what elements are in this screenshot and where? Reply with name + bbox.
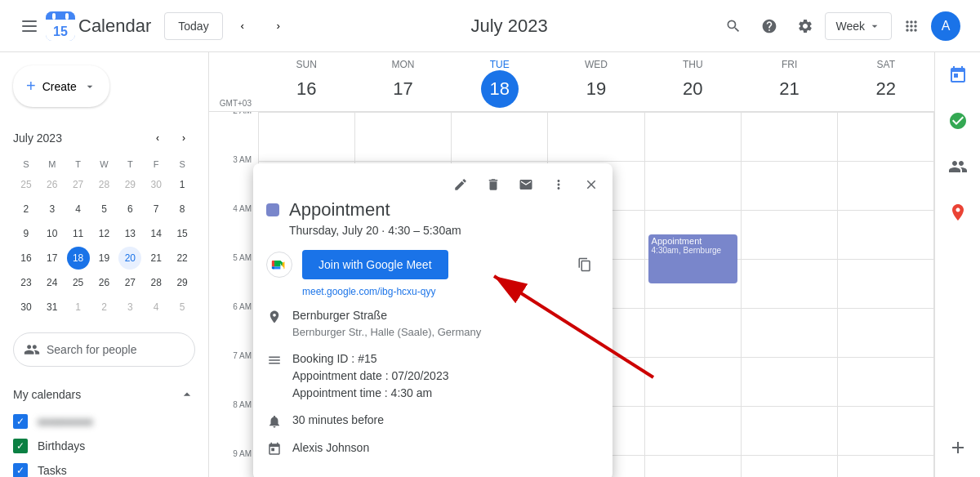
time-label: 6 AM (209, 302, 258, 351)
calendar-item-birthdays[interactable]: ✓ Birthdays (7, 434, 202, 458)
mini-cal-day[interactable]: 1 (67, 296, 90, 319)
close-event-button[interactable] (577, 170, 606, 199)
meet-url[interactable]: meet.google.com/ibg-hcxu-qyy (302, 286, 599, 297)
mini-cal-day[interactable]: 26 (41, 173, 64, 196)
mini-cal-day[interactable]: 25 (15, 173, 38, 196)
email-event-button[interactable] (511, 170, 541, 199)
prev-button[interactable]: ‹ (226, 10, 259, 42)
mini-cal-day[interactable]: 14 (145, 222, 167, 245)
mini-cal-day[interactable]: 30 (15, 296, 38, 319)
mini-cal-title: July 2023 (13, 132, 62, 145)
right-tasks-icon[interactable] (942, 105, 974, 137)
mini-cal-day[interactable]: 11 (67, 222, 90, 245)
copy-meet-button[interactable] (570, 250, 599, 279)
mini-cal-day[interactable]: 24 (41, 271, 64, 294)
calendar-checkbox-birthdays: ✓ (13, 439, 28, 453)
mini-cal-day[interactable]: 21 (145, 247, 167, 270)
edit-event-button[interactable] (446, 170, 475, 199)
mini-cal-day[interactable]: 2 (15, 198, 38, 221)
mini-cal-day[interactable]: 4 (145, 296, 167, 319)
next-button[interactable]: › (262, 10, 295, 42)
right-add-icon[interactable] (942, 431, 974, 464)
my-calendars-header[interactable]: My calendars (7, 380, 202, 409)
hour-line (548, 112, 644, 161)
right-calendar-icon[interactable] (942, 59, 974, 91)
mini-cal-day[interactable]: 5 (92, 198, 115, 221)
more-event-button[interactable] (544, 170, 573, 199)
right-people-icon[interactable] (942, 150, 974, 183)
mini-cal-day[interactable]: 31 (41, 296, 64, 319)
hour-line (838, 406, 933, 455)
mini-cal-day[interactable]: 27 (67, 173, 90, 196)
help-button[interactable] (753, 10, 786, 42)
svg-rect-8 (52, 13, 56, 20)
booking-id: Booking ID : #15 (292, 350, 448, 368)
mini-cal-day[interactable]: 16 (15, 247, 38, 270)
mini-cal-day[interactable]: 8 (171, 198, 194, 221)
gmt-label: GMT+03 (209, 52, 258, 111)
mini-cal-day[interactable]: 10 (41, 222, 64, 245)
mini-cal-day[interactable]: 6 (118, 198, 141, 221)
mini-cal-day[interactable]: 30 (145, 173, 167, 196)
mini-cal-day[interactable]: 29 (171, 271, 194, 294)
mini-cal-day[interactable]: 28 (92, 173, 115, 196)
user-avatar[interactable]: A (931, 11, 960, 41)
top-bar: 15 Calendar Today ‹ › July 2023 Week A (0, 0, 980, 52)
mini-cal-day[interactable]: 1 (171, 173, 194, 196)
settings-button[interactable] (789, 10, 822, 42)
mini-cal-day[interactable]: 20 (118, 247, 141, 270)
day-col-fri: FRI 21 (741, 52, 837, 111)
apps-button[interactable] (895, 10, 928, 42)
mini-cal-day[interactable]: 27 (118, 271, 141, 294)
mini-cal-day[interactable]: 18 (67, 247, 90, 270)
calendar-item-tasks[interactable]: ✓ Tasks (7, 458, 202, 477)
reminder-text: 30 minutes before (292, 412, 384, 429)
today-button[interactable]: Today (164, 12, 222, 40)
mini-cal-day[interactable]: 2 (92, 296, 115, 319)
mini-cal-day[interactable]: 19 (92, 247, 115, 270)
mini-cal-day[interactable]: 13 (118, 222, 141, 245)
my-calendars-section: My calendars ✓ ●●●●●●●● ✓ Birthdays ✓ Ta… (0, 380, 208, 477)
svg-rect-6 (46, 18, 75, 20)
mini-cal-day[interactable]: 26 (92, 271, 115, 294)
time-label: 2 AM (209, 112, 258, 155)
mini-cal-day[interactable]: 3 (41, 198, 64, 221)
join-meet-button[interactable]: Join with Google Meet (302, 250, 448, 279)
day-col-mon: MON 17 (354, 52, 451, 111)
calendar-label-personal: ●●●●●●●● (38, 415, 93, 428)
mini-cal-day[interactable]: 15 (171, 222, 194, 245)
mini-cal-day[interactable]: 17 (41, 247, 64, 270)
calendar-label-tasks: Tasks (38, 464, 67, 477)
calendar-item-personal[interactable]: ✓ ●●●●●●●● (7, 409, 202, 434)
hour-line (838, 455, 933, 477)
appointment-event[interactable]: Appointment 4:30am, Bernburge (648, 234, 737, 283)
mini-day-header: S (169, 156, 195, 172)
event-sublabel: 4:30am, Bernburge (652, 246, 734, 255)
location-main: Bernburger Straße (292, 307, 481, 324)
mini-next-button[interactable]: › (172, 127, 195, 149)
mini-cal-day[interactable]: 4 (67, 198, 90, 221)
menu-icon[interactable] (13, 10, 46, 42)
mini-cal-day[interactable]: 29 (118, 173, 141, 196)
search-button[interactable] (717, 10, 750, 42)
mini-prev-button[interactable]: ‹ (146, 127, 169, 149)
hour-line (645, 308, 741, 357)
mini-cal-day[interactable]: 28 (145, 271, 167, 294)
search-people-button[interactable]: Search for people (13, 332, 195, 367)
mini-cal-day[interactable]: 9 (15, 222, 38, 245)
create-button[interactable]: + Create (13, 65, 109, 107)
mini-cal-day[interactable]: 25 (67, 271, 90, 294)
delete-event-button[interactable] (479, 170, 508, 199)
mini-cal-day[interactable]: 5 (171, 296, 194, 319)
right-maps-icon[interactable] (942, 196, 974, 229)
mini-cal-day[interactable]: 7 (145, 198, 167, 221)
view-selector[interactable]: Week (825, 12, 892, 40)
booking-icon (266, 352, 283, 368)
mini-cal-day[interactable]: 22 (171, 247, 194, 270)
mini-cal-day[interactable]: 12 (92, 222, 115, 245)
event-title: Appointment (652, 236, 734, 246)
hour-line (742, 259, 837, 308)
svg-rect-9 (65, 13, 69, 20)
mini-cal-day[interactable]: 23 (15, 271, 38, 294)
mini-cal-day[interactable]: 3 (118, 296, 141, 319)
